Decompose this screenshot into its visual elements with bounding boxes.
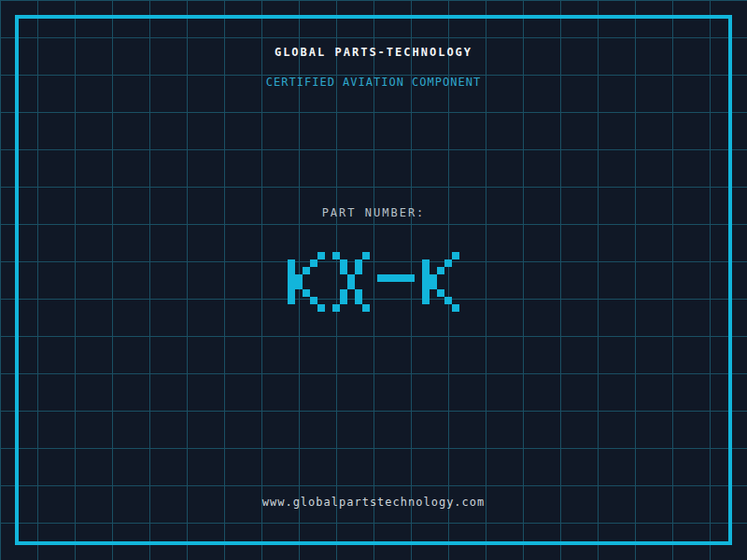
part-number-label: PART NUMBER: — [0, 206, 747, 219]
certification-subtitle: CERTIFIED AVIATION COMPONENT — [0, 76, 747, 89]
website-url: www.globalpartstechnology.com — [0, 496, 747, 509]
blueprint-canvas: GLOBAL PARTS-TECHNOLOGY CERTIFIED AVIATI… — [0, 0, 747, 560]
pixel-glyph — [422, 252, 459, 312]
company-title: GLOBAL PARTS-TECHNOLOGY — [0, 46, 747, 59]
pixel-glyph — [377, 252, 415, 312]
part-number-value — [288, 252, 459, 312]
pixel-glyph — [332, 252, 370, 312]
pixel-glyph — [288, 252, 325, 312]
